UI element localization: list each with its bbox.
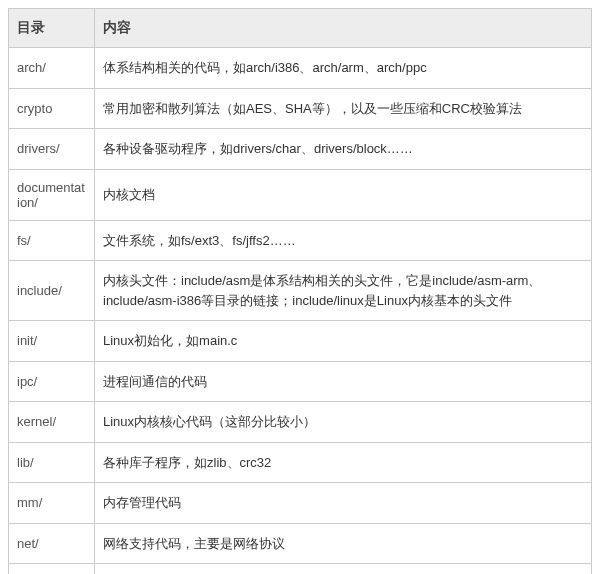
dir-cell: mm/ [9, 483, 95, 524]
dir-cell: drivers/ [9, 129, 95, 170]
table-row: include/内核头文件：include/asm是体系结构相关的头文件，它是i… [9, 261, 592, 321]
directory-table: 目录 内容 arch/体系结构相关的代码，如arch/i386、arch/arm… [8, 8, 592, 574]
content-cell: 内核头文件：include/asm是体系结构相关的头文件，它是include/a… [95, 261, 592, 321]
header-content: 内容 [95, 9, 592, 48]
dir-cell: kernel/ [9, 402, 95, 443]
table-row: documentation/内核文档 [9, 169, 592, 220]
dir-cell: crypto [9, 88, 95, 129]
dir-cell: fs/ [9, 220, 95, 261]
table-row: sound声音驱动的支持 [9, 564, 592, 575]
table-row: net/网络支持代码，主要是网络协议 [9, 523, 592, 564]
content-cell: 各种库子程序，如zlib、crc32 [95, 442, 592, 483]
dir-cell: ipc/ [9, 361, 95, 402]
content-cell: 内核文档 [95, 169, 592, 220]
table-row: ipc/进程间通信的代码 [9, 361, 592, 402]
dir-cell: lib/ [9, 442, 95, 483]
table-row: mm/内存管理代码 [9, 483, 592, 524]
header-dir: 目录 [9, 9, 95, 48]
content-cell: 常用加密和散列算法（如AES、SHA等），以及一些压缩和CRC校验算法 [95, 88, 592, 129]
content-cell: Linux内核核心代码（这部分比较小） [95, 402, 592, 443]
content-cell: 进程间通信的代码 [95, 361, 592, 402]
content-cell: Linux初始化，如main.c [95, 321, 592, 362]
content-cell: 各种设备驱动程序，如drivers/char、drivers/block…… [95, 129, 592, 170]
dir-cell: sound [9, 564, 95, 575]
dir-cell: net/ [9, 523, 95, 564]
table-row: init/Linux初始化，如main.c [9, 321, 592, 362]
content-cell: 体系结构相关的代码，如arch/i386、arch/arm、arch/ppc [95, 48, 592, 89]
table-row: fs/文件系统，如fs/ext3、fs/jffs2…… [9, 220, 592, 261]
dir-cell: documentation/ [9, 169, 95, 220]
dir-cell: include/ [9, 261, 95, 321]
content-cell: 网络支持代码，主要是网络协议 [95, 523, 592, 564]
dir-cell: init/ [9, 321, 95, 362]
dir-cell: arch/ [9, 48, 95, 89]
table-row: lib/各种库子程序，如zlib、crc32 [9, 442, 592, 483]
table-row: kernel/Linux内核核心代码（这部分比较小） [9, 402, 592, 443]
table-row: arch/体系结构相关的代码，如arch/i386、arch/arm、arch/… [9, 48, 592, 89]
table-header-row: 目录 内容 [9, 9, 592, 48]
content-cell: 声音驱动的支持 [95, 564, 592, 575]
table-row: crypto常用加密和散列算法（如AES、SHA等），以及一些压缩和CRC校验算… [9, 88, 592, 129]
content-cell: 文件系统，如fs/ext3、fs/jffs2…… [95, 220, 592, 261]
table-row: drivers/各种设备驱动程序，如drivers/char、drivers/b… [9, 129, 592, 170]
content-cell: 内存管理代码 [95, 483, 592, 524]
